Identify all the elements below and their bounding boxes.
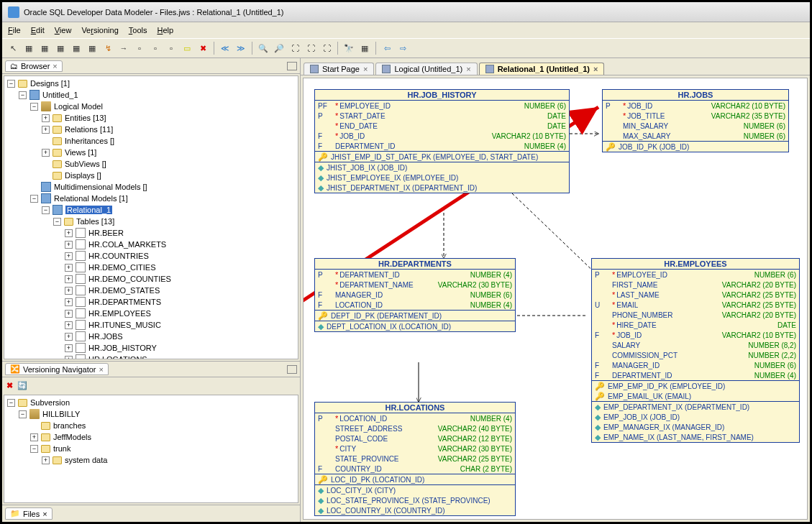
tab-logical[interactable]: Logical (Untitled_1)×	[375, 63, 477, 75]
tree-node[interactable]: − Subversion	[4, 397, 298, 408]
pointer-icon[interactable]: ↖	[6, 42, 19, 55]
entity-HR.EMPLOYEES[interactable]: HR.EMPLOYEES P *EMPLOYEE_ID NUMBER (6) F…	[591, 258, 800, 443]
tree-node[interactable]: + HR.BEER	[4, 227, 298, 239]
note-icon[interactable]: ▭	[181, 42, 193, 55]
tree-toggle-icon[interactable]: +	[65, 264, 73, 272]
files-tab[interactable]: 📁 Files ×	[5, 507, 53, 520]
tree-node[interactable]: + HR.JOB_HISTORY	[4, 342, 298, 354]
tree-node[interactable]: − Untitled_1	[4, 89, 298, 101]
refresh-versioning-icon[interactable]: 🔄	[17, 381, 27, 390]
layout-icon[interactable]: ▦	[358, 42, 371, 55]
tree-node[interactable]: branches	[4, 420, 298, 431]
close-tab-1-icon[interactable]: ×	[466, 65, 470, 73]
minimize-versioning-icon[interactable]	[287, 365, 297, 374]
tree-toggle-icon[interactable]: +	[65, 252, 73, 260]
tree-toggle-icon[interactable]: −	[7, 399, 15, 407]
tree-node[interactable]: + JeffModels	[4, 431, 298, 443]
close-browser-icon[interactable]: ×	[53, 62, 57, 70]
prev-icon[interactable]: ⇦	[380, 42, 393, 55]
tree-node[interactable]: − Designs [1]	[4, 78, 298, 89]
entity-HR.LOCATIONS[interactable]: HR.LOCATIONS P *LOCATION_ID NUMBER (4) S…	[314, 402, 516, 516]
tree-toggle-icon[interactable]: −	[7, 80, 15, 88]
browser-tab[interactable]: 🗂 Browser ×	[5, 60, 63, 72]
tree-node[interactable]: + HR.COLA_MARKETS	[4, 239, 298, 250]
tree-toggle-icon[interactable]: +	[65, 333, 73, 341]
tree-node[interactable]: + Relations [11]	[4, 124, 298, 135]
tree-toggle-icon[interactable]: +	[65, 275, 73, 283]
tree-toggle-icon[interactable]: +	[65, 287, 73, 295]
close-versioning-icon[interactable]: ×	[99, 365, 104, 374]
tree-node[interactable]: Multidimensional Models []	[4, 181, 298, 193]
menu-edit[interactable]: Edit	[31, 26, 45, 35]
tree-node[interactable]: + HR.COUNTRIES	[4, 250, 298, 262]
tree-node[interactable]: Displays []	[4, 170, 298, 181]
delete-icon[interactable]: ✖	[196, 42, 209, 55]
n1-icon[interactable]: ▫	[133, 42, 146, 55]
entity-HR.JOB_HISTORY[interactable]: HR.JOB_HISTORY PF *EMPLOYEE_ID NUMBER (6…	[314, 89, 570, 193]
entity-HR.JOBS[interactable]: HR.JOBS P *JOB_ID VARCHAR2 (10 BYTE) *JO…	[602, 89, 789, 152]
versioning-tab[interactable]: 🔀 Versioning Navigator ×	[5, 363, 109, 375]
browser-tree[interactable]: − Designs [1] − Untitled_1 − Logical Mod…	[4, 75, 298, 359]
tree-toggle-icon[interactable]: +	[65, 356, 73, 360]
tree-node[interactable]: − Tables [13]	[4, 216, 298, 227]
menu-help[interactable]: Help	[157, 26, 173, 35]
tree-toggle-icon[interactable]: −	[53, 218, 61, 226]
tree-toggle-icon[interactable]: +	[42, 149, 50, 157]
tree-node[interactable]: − Relational_1	[4, 204, 298, 216]
tab-start-page[interactable]: Start Page×	[304, 63, 374, 75]
next-icon[interactable]: ⇨	[396, 42, 409, 55]
grid2-icon[interactable]: ▦	[38, 42, 51, 55]
tree-toggle-icon[interactable]: +	[42, 456, 50, 464]
tree-node[interactable]: + system data	[4, 454, 298, 466]
find-icon[interactable]: 🔭	[342, 42, 355, 55]
tree-node[interactable]: + Entities [13]	[4, 112, 298, 124]
tree-toggle-icon[interactable]: +	[42, 126, 50, 134]
tree-node[interactable]: + HR.DEMO_CITIES	[4, 262, 298, 273]
fit3-icon[interactable]: ⛶	[320, 42, 333, 55]
entity-HR.DEPARTMENTS[interactable]: HR.DEPARTMENTS P *DEPARTMENT_ID NUMBER (…	[314, 258, 516, 332]
zoom-in-icon[interactable]: 🔍	[257, 42, 270, 55]
close-files-icon[interactable]: ×	[42, 510, 47, 518]
tree-node[interactable]: + HR.DEMO_COUNTIES	[4, 273, 298, 285]
tree-toggle-icon[interactable]: +	[65, 310, 73, 318]
tree-toggle-icon[interactable]: +	[42, 114, 50, 122]
grid1-icon[interactable]: ▦	[22, 42, 35, 55]
tree-toggle-icon[interactable]: −	[30, 445, 38, 453]
tree-toggle-icon[interactable]: −	[30, 103, 38, 111]
grid4-icon[interactable]: ▦	[70, 42, 83, 55]
tree-toggle-icon[interactable]: −	[19, 91, 27, 99]
grid5-icon[interactable]: ▦	[86, 42, 99, 55]
n2-icon[interactable]: ▫	[149, 42, 162, 55]
tree-node[interactable]: − HILLBILLY	[4, 408, 298, 420]
menu-file[interactable]: File	[8, 26, 21, 35]
tree-toggle-icon[interactable]: +	[65, 321, 73, 329]
grid3-icon[interactable]: ▦	[54, 42, 67, 55]
tree-node[interactable]: + HR.LOCATIONS	[4, 354, 298, 359]
tree-node[interactable]: SubViews []	[4, 158, 298, 170]
menu-view[interactable]: View	[55, 26, 72, 35]
tab-relational[interactable]: Relational_1 (Untitled_1)×	[479, 63, 605, 75]
fit-icon[interactable]: ⛶	[288, 42, 301, 55]
tree-toggle-icon[interactable]: −	[19, 410, 27, 418]
last-icon[interactable]: ≫	[234, 42, 247, 55]
tree-toggle-icon[interactable]: −	[42, 206, 50, 214]
tree-node[interactable]: − trunk	[4, 443, 298, 454]
tree-node[interactable]: Inheritances []	[4, 135, 298, 147]
tree-node[interactable]: + HR.DEPARTMENTS	[4, 296, 298, 308]
convert-icon[interactable]: ↯	[101, 42, 114, 55]
first-icon[interactable]: ≪	[219, 42, 232, 55]
diagram-canvas[interactable]: HR.JOB_HISTORY PF *EMPLOYEE_ID NUMBER (6…	[303, 78, 808, 520]
zoom-out-icon[interactable]: 🔎	[273, 42, 286, 55]
tree-toggle-icon[interactable]: +	[65, 241, 73, 249]
fit2-icon[interactable]: ⛶	[304, 42, 317, 55]
tree-node[interactable]: − Relational Models [1]	[4, 193, 298, 204]
tree-toggle-icon[interactable]: +	[30, 433, 38, 441]
close-tab-0-icon[interactable]: ×	[363, 65, 368, 73]
tree-toggle-icon[interactable]: +	[65, 229, 73, 237]
tree-node[interactable]: + HR.EMPLOYEES	[4, 308, 298, 319]
tree-toggle-icon[interactable]: +	[65, 344, 73, 352]
n3-icon[interactable]: ▫	[165, 42, 178, 55]
minimize-pane-icon[interactable]	[287, 62, 297, 70]
tree-node[interactable]: − Logical Model	[4, 101, 298, 112]
tree-toggle-icon[interactable]: −	[30, 195, 38, 203]
